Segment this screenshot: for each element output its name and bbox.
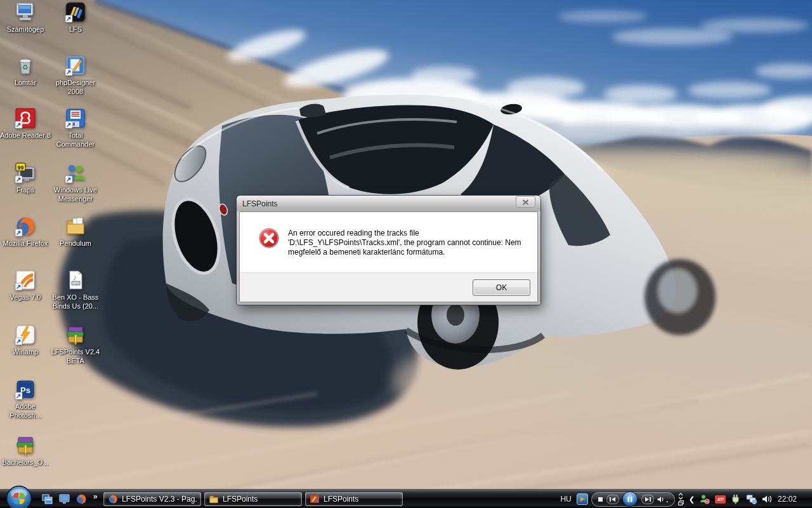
shortcut-arrow-overlay [65, 176, 72, 183]
desktop-icon-mp3-file[interactable]: ♪ MP3 Ben XO - Bass Binds Us (20... [49, 269, 102, 311]
desktop-icon-phpdesigner[interactable]: phpDesigner 2008 [49, 55, 102, 96]
icon-label: Adobe Photosh... [0, 402, 52, 420]
icon-label: Vegas 7.0 [10, 293, 41, 302]
chevron-down-icon [678, 497, 683, 500]
pause-icon [627, 497, 632, 502]
photoshop-icon: Ps [15, 378, 36, 400]
icon-label: LFSPoints V2.4 BETA [49, 347, 102, 365]
firefox-icon [15, 215, 36, 237]
wmp-restore-button[interactable] [678, 500, 684, 505]
dialog-titlebar[interactable]: LFSPoints [237, 196, 540, 211]
icon-label: Pendulum [60, 239, 91, 248]
taskbar-clock[interactable]: 22:02 [778, 495, 797, 504]
system-tray: HU [560, 490, 812, 508]
desktop-icon-recycle-bin[interactable]: ♻ Lomtár [0, 55, 52, 87]
start-button[interactable] [6, 485, 32, 508]
desktop-icon-photoshop[interactable]: Ps Adobe Photosh... [0, 378, 52, 420]
winrar-books-icon [15, 434, 36, 456]
icon-label: Lomtár [15, 78, 36, 87]
icon-label: Számítógép [7, 25, 44, 34]
desktop: Számítógép LFS ♻ Lomtár [0, 0, 812, 508]
task-label: LFSPoints [324, 495, 358, 504]
fraps-icon: 99 [15, 162, 36, 184]
shortcut-arrow-overlay [15, 121, 22, 128]
wmp-icon-button[interactable] [577, 493, 588, 505]
close-icon [522, 199, 529, 205]
shortcut-arrow-overlay [65, 121, 72, 128]
task-label: LFSPoints [223, 495, 258, 504]
mp3-file-icon: ♪ MP3 [65, 269, 86, 291]
icon-label: phpDesigner 2008 [49, 78, 102, 96]
tray-messenger-icon[interactable] [700, 494, 710, 504]
desktop-icon-lfs[interactable]: LFS [49, 1, 102, 34]
toolbar-collapse-chevron[interactable] [678, 497, 683, 500]
svg-text:99: 99 [17, 164, 23, 171]
volume-icon [657, 496, 669, 503]
desktop-icon-fraps[interactable]: 99 Fraps [0, 162, 52, 194]
messenger-buddies-icon [65, 162, 86, 184]
wmp-controls [591, 492, 675, 507]
winrar-books-icon [65, 324, 86, 345]
taskbar-button-folder[interactable]: LFSPoints [204, 492, 302, 506]
stop-icon [598, 497, 603, 502]
pause-button[interactable] [622, 491, 638, 507]
phpdesigner-icon [65, 55, 86, 76]
taskbar-button-firefox[interactable]: LFSPoints V2.3 - Pag... [103, 492, 201, 506]
tray-ati-icon[interactable]: ATI [715, 495, 726, 504]
network-icon [746, 494, 757, 504]
windows-orb-icon [6, 485, 32, 508]
svg-text:♻: ♻ [22, 64, 29, 71]
computer-icon [15, 1, 36, 23]
icon-label: Windows Live Messenger [49, 185, 102, 203]
stop-button[interactable] [598, 497, 603, 502]
chevron-up-icon [678, 493, 683, 496]
restore-window-icon [678, 500, 684, 505]
firefox-icon [108, 494, 118, 504]
shortcut-arrow-overlay [15, 283, 22, 290]
power-plug-icon [731, 494, 741, 504]
desktop-icon-pendulum-folder[interactable]: Pendulum [49, 215, 102, 248]
previous-button[interactable] [606, 495, 619, 504]
desktop-icon-total-commander[interactable]: Total Commander [49, 107, 102, 149]
toolbar-expand-chevron[interactable] [678, 493, 683, 496]
desktop-icon-firefox[interactable]: Mozilla Firefox [0, 215, 52, 248]
switch-windows-button[interactable] [41, 493, 53, 505]
shortcut-arrow-overlay [15, 338, 22, 345]
shortcut-arrow-overlay [65, 15, 72, 22]
wmp-taskbar-toolbar [577, 492, 684, 507]
speaker-icon [762, 495, 773, 504]
icon-label: LFS [69, 25, 82, 34]
tray-network-icon[interactable] [746, 494, 757, 504]
ok-button[interactable]: OK [473, 279, 530, 296]
quick-launch-firefox-button[interactable] [75, 493, 88, 505]
language-indicator[interactable]: HU [560, 495, 571, 504]
desktop-icon-windows-live-messenger[interactable]: Windows Live Messenger [49, 162, 102, 203]
next-button[interactable] [641, 495, 654, 504]
dialog-footer: OK [240, 272, 537, 302]
svg-text:MP3: MP3 [72, 281, 79, 285]
desktop-icon-vegas[interactable]: Vegas 7.0 [0, 269, 52, 302]
quick-launch-overflow-chevron[interactable]: » [92, 491, 99, 502]
show-hidden-icons-chevron[interactable]: ❮ [689, 495, 695, 504]
dialog-title: LFSPoints [242, 199, 277, 208]
desktop-icon-bachelors-archive[interactable]: Bachelors_O... [0, 434, 52, 467]
firefox-icon [75, 493, 87, 505]
error-message-line: 'D:\LFS_Y\LFSPoints\Tracks.xml', the pro… [288, 238, 521, 248]
volume-button[interactable] [657, 496, 669, 503]
desktop-icon-computer[interactable]: Számítógép [0, 1, 52, 34]
shortcut-arrow-overlay [65, 69, 72, 76]
show-desktop-icon [59, 494, 70, 504]
tray-power-icon[interactable] [731, 494, 741, 504]
desktop-icon-adobe-reader[interactable]: Adobe Reader 8 [0, 107, 52, 140]
lfs-icon [65, 1, 86, 23]
close-button[interactable] [516, 196, 535, 208]
desktop-icon-lfspoints-archive[interactable]: LFSPoints V2.4 BETA [49, 324, 102, 365]
taskbar-button-lfspoints[interactable]: LFSPoints [305, 492, 403, 506]
icon-label: Mozilla Firefox [3, 239, 48, 248]
next-icon [645, 497, 652, 502]
winamp-icon [15, 324, 36, 345]
desktop-icon-winamp[interactable]: Winamp [0, 324, 52, 356]
dialog-client-area: An error occured reading the tracks file… [239, 211, 538, 302]
show-desktop-button[interactable] [58, 493, 70, 505]
tray-volume-icon[interactable] [762, 495, 773, 504]
